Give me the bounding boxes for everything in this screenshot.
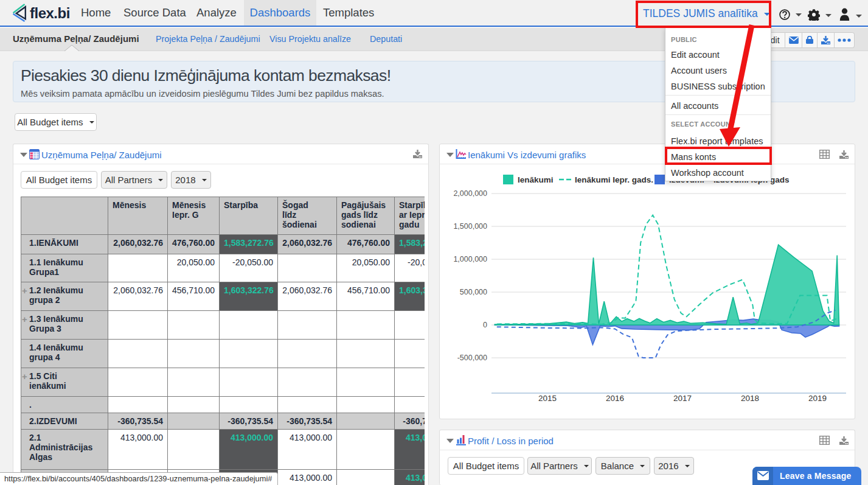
svg-text:Ienākumi Iepr. gads.: Ienākumi Iepr. gads. — [575, 175, 653, 184]
svg-text:-500,000: -500,000 — [457, 354, 487, 362]
svg-text:500,000: 500,000 — [460, 288, 487, 296]
svg-text:2016: 2016 — [606, 394, 624, 403]
svg-text:0: 0 — [483, 321, 487, 329]
svg-text:2015: 2015 — [538, 394, 557, 403]
svg-text:2019: 2019 — [808, 394, 827, 403]
svg-text:2017: 2017 — [673, 394, 692, 403]
svg-text:2,000,000: 2,000,000 — [453, 189, 487, 198]
svg-text:1,000,000: 1,000,000 — [453, 255, 487, 263]
svg-text:Ienākumi: Ienākumi — [518, 175, 554, 184]
svg-text:1,500,000: 1,500,000 — [453, 222, 487, 231]
svg-text:2018: 2018 — [741, 394, 759, 403]
